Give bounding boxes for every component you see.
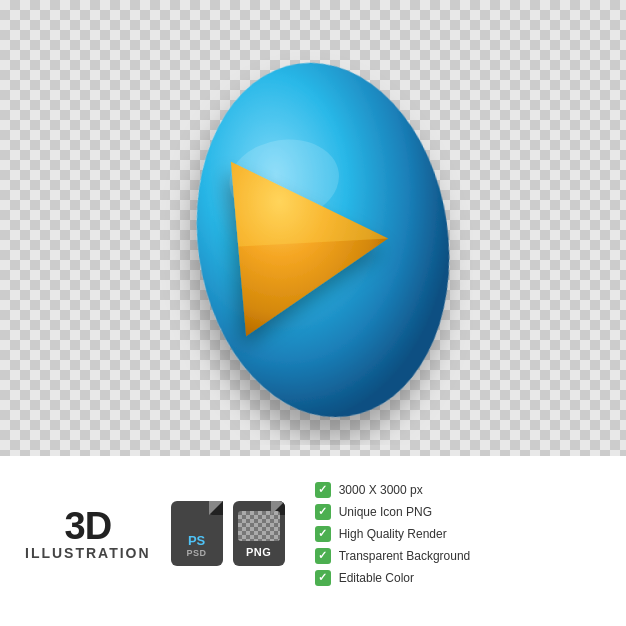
png-file-icon: PNG <box>233 501 285 566</box>
checkmark-2: ✓ <box>318 506 327 517</box>
label-3d-bottom: ILLUSTRATION <box>25 545 151 561</box>
checkmark-4: ✓ <box>318 550 327 561</box>
checkmark-3: ✓ <box>318 528 327 539</box>
feature-item-4: ✓ Transparent Background <box>315 548 471 564</box>
check-icon-1: ✓ <box>315 482 331 498</box>
illustration-label: 3D ILLUSTRATION <box>25 507 151 561</box>
check-icon-4: ✓ <box>315 548 331 564</box>
feature-item-1: ✓ 3000 X 3000 px <box>315 482 471 498</box>
png-checker <box>238 511 280 541</box>
psd-label: PSD <box>187 548 207 558</box>
3d-icon-svg <box>153 45 473 445</box>
feature-item-2: ✓ Unique Icon PNG <box>315 504 471 520</box>
label-3d-top: 3D <box>65 507 112 545</box>
feature-item-5: ✓ Editable Color <box>315 570 471 586</box>
feature-item-3: ✓ High Quality Render <box>315 526 471 542</box>
feature-text-4: Transparent Background <box>339 549 471 563</box>
checkmark-5: ✓ <box>318 572 327 583</box>
feature-text-2: Unique Icon PNG <box>339 505 432 519</box>
icon-area <box>0 20 626 470</box>
main-container: 3D ILLUSTRATION PS PSD PNG ✓ 3000 X 3000… <box>0 0 626 626</box>
check-icon-3: ✓ <box>315 526 331 542</box>
features-list: ✓ 3000 X 3000 px ✓ Unique Icon PNG ✓ Hig… <box>315 482 471 586</box>
file-icons: PS PSD PNG <box>171 501 285 566</box>
info-section: 3D ILLUSTRATION PS PSD PNG ✓ 3000 X 3000… <box>0 451 626 616</box>
feature-text-5: Editable Color <box>339 571 414 585</box>
ps-label: PS <box>188 533 205 548</box>
check-icon-5: ✓ <box>315 570 331 586</box>
feature-text-3: High Quality Render <box>339 527 447 541</box>
checkmark-1: ✓ <box>318 484 327 495</box>
check-icon-2: ✓ <box>315 504 331 520</box>
ps-file-icon: PS PSD <box>171 501 223 566</box>
feature-text-1: 3000 X 3000 px <box>339 483 423 497</box>
png-label: PNG <box>246 546 271 558</box>
